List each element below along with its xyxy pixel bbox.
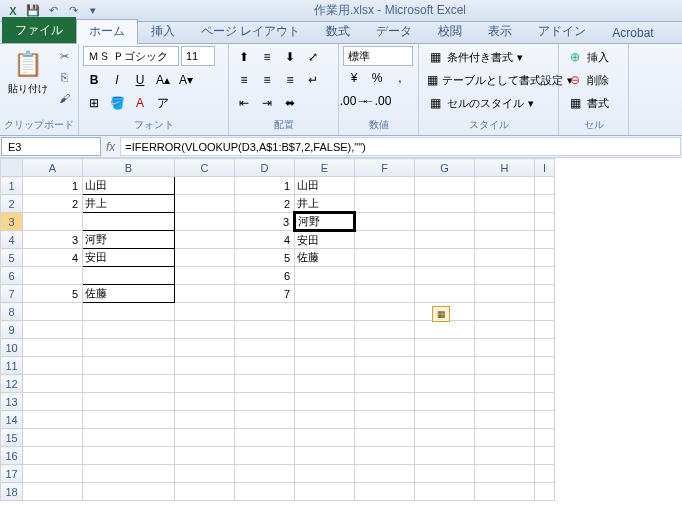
cell[interactable]	[415, 411, 475, 429]
cell[interactable]	[355, 483, 415, 501]
orientation-icon[interactable]: ⤢	[302, 46, 324, 68]
cell[interactable]	[295, 411, 355, 429]
select-all-corner[interactable]	[1, 159, 23, 177]
cell[interactable]: 7	[235, 285, 295, 303]
cell[interactable]	[355, 321, 415, 339]
cell[interactable]	[535, 303, 555, 321]
col-header[interactable]: F	[355, 159, 415, 177]
cell[interactable]	[175, 339, 235, 357]
cell[interactable]	[295, 447, 355, 465]
cell[interactable]	[535, 249, 555, 267]
row-header[interactable]: 1	[1, 177, 23, 195]
grow-font-icon[interactable]: A▴	[152, 69, 174, 91]
cell[interactable]: 1	[23, 177, 83, 195]
cell[interactable]	[535, 231, 555, 249]
cell[interactable]	[23, 375, 83, 393]
col-header[interactable]: A	[23, 159, 83, 177]
cell[interactable]	[175, 249, 235, 267]
active-cell[interactable]: 河野	[295, 213, 355, 231]
decrease-decimal-icon[interactable]: ←.00	[366, 90, 388, 112]
cell[interactable]	[355, 357, 415, 375]
cell[interactable]	[535, 195, 555, 213]
cell[interactable]	[295, 465, 355, 483]
cell[interactable]	[235, 465, 295, 483]
cell[interactable]	[535, 429, 555, 447]
cell[interactable]	[415, 249, 475, 267]
insert-cells-button[interactable]: ⊕挿入	[563, 46, 624, 68]
cell[interactable]	[355, 375, 415, 393]
cell[interactable]	[23, 483, 83, 501]
cell[interactable]	[83, 411, 175, 429]
row-header[interactable]: 2	[1, 195, 23, 213]
qat-more-icon[interactable]: ▾	[84, 2, 102, 20]
col-header[interactable]: G	[415, 159, 475, 177]
delete-cells-button[interactable]: ⊖削除	[563, 69, 624, 91]
cell[interactable]	[415, 447, 475, 465]
cell[interactable]	[415, 267, 475, 285]
cell[interactable]	[83, 429, 175, 447]
cell[interactable]	[415, 429, 475, 447]
cell[interactable]	[235, 411, 295, 429]
cut-icon[interactable]: ✂	[54, 46, 74, 66]
cell[interactable]	[235, 357, 295, 375]
cell[interactable]: 2	[235, 195, 295, 213]
number-format-combo[interactable]: 標準	[343, 46, 413, 66]
font-color-button[interactable]: A	[129, 92, 151, 114]
cell[interactable]	[295, 303, 355, 321]
format-cells-button[interactable]: ▦書式	[563, 92, 624, 114]
cell[interactable]	[175, 447, 235, 465]
row-header[interactable]: 13	[1, 393, 23, 411]
cell[interactable]	[355, 177, 415, 195]
tab-data[interactable]: データ	[363, 19, 425, 43]
cell[interactable]	[23, 321, 83, 339]
cell[interactable]	[475, 357, 535, 375]
tab-view[interactable]: 表示	[475, 19, 525, 43]
cell[interactable]	[23, 339, 83, 357]
name-box[interactable]: E3	[1, 137, 101, 156]
cell[interactable]	[235, 447, 295, 465]
copy-icon[interactable]: ⎘	[54, 67, 74, 87]
tab-insert[interactable]: 挿入	[138, 19, 188, 43]
format-as-table-button[interactable]: ▦テーブルとして書式設定▾	[423, 69, 554, 91]
cell[interactable]	[355, 303, 415, 321]
border-button[interactable]: ⊞	[83, 92, 105, 114]
cell[interactable]: 安田	[83, 249, 175, 267]
col-header[interactable]: C	[175, 159, 235, 177]
col-header[interactable]: H	[475, 159, 535, 177]
cell[interactable]	[475, 231, 535, 249]
cell[interactable]	[355, 195, 415, 213]
row-header[interactable]: 7	[1, 285, 23, 303]
row-header[interactable]: 16	[1, 447, 23, 465]
cell[interactable]	[83, 303, 175, 321]
cell[interactable]	[535, 357, 555, 375]
cell[interactable]	[295, 375, 355, 393]
currency-icon[interactable]: ¥	[343, 67, 365, 89]
cell[interactable]	[475, 303, 535, 321]
cell[interactable]	[475, 267, 535, 285]
cell[interactable]	[355, 231, 415, 249]
cell[interactable]	[535, 177, 555, 195]
cell[interactable]	[175, 177, 235, 195]
row-header[interactable]: 8	[1, 303, 23, 321]
cell[interactable]	[475, 393, 535, 411]
cell[interactable]	[175, 483, 235, 501]
cell[interactable]	[175, 321, 235, 339]
cell[interactable]: 3	[235, 213, 295, 231]
cell[interactable]	[83, 465, 175, 483]
row-header[interactable]: 14	[1, 411, 23, 429]
cell[interactable]	[535, 483, 555, 501]
tab-file[interactable]: ファイル	[2, 17, 76, 43]
align-center-icon[interactable]: ≡	[256, 69, 278, 91]
cell[interactable]	[415, 321, 475, 339]
cell[interactable]: 4	[235, 231, 295, 249]
cell[interactable]	[175, 429, 235, 447]
cell[interactable]	[475, 447, 535, 465]
cell[interactable]	[355, 267, 415, 285]
row-header[interactable]: 11	[1, 357, 23, 375]
cell[interactable]	[235, 375, 295, 393]
cell[interactable]	[355, 465, 415, 483]
col-header[interactable]: I	[535, 159, 555, 177]
increase-indent-icon[interactable]: ⇥	[256, 92, 278, 114]
align-middle-icon[interactable]: ≡	[256, 46, 278, 68]
cell[interactable]	[295, 267, 355, 285]
